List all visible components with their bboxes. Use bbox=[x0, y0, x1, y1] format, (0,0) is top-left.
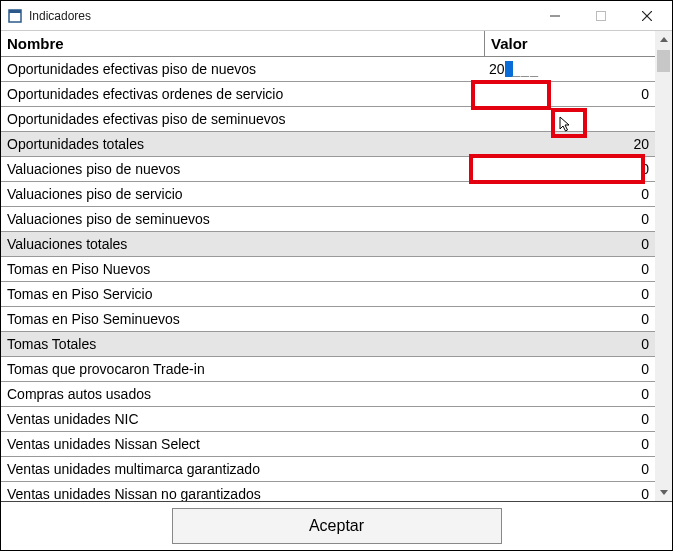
row-value[interactable]: 0 bbox=[485, 257, 655, 281]
table-row[interactable]: Oportunidades efectivas ordenes de servi… bbox=[1, 82, 655, 107]
row-label: Valuaciones piso de nuevos bbox=[1, 157, 485, 181]
scroll-down-icon[interactable] bbox=[655, 484, 672, 501]
row-label: Tomas Totales bbox=[1, 332, 485, 356]
row-label: Valuaciones piso de servicio bbox=[1, 182, 485, 206]
row-value[interactable]: 0 bbox=[485, 282, 655, 306]
row-label: Tomas en Piso Servicio bbox=[1, 282, 485, 306]
value-input[interactable]: 20___ bbox=[487, 61, 539, 77]
row-label: Oportunidades efectivas ordenes de servi… bbox=[1, 82, 485, 106]
row-label: Oportunidades totales bbox=[1, 132, 485, 156]
row-value[interactable]: 0 bbox=[485, 157, 655, 181]
table-row[interactable]: Ventas unidades Nissan Select0 bbox=[1, 432, 655, 457]
window-controls bbox=[532, 1, 670, 30]
accept-button[interactable]: Aceptar bbox=[172, 508, 502, 544]
row-label: Tomas que provocaron Trade-in bbox=[1, 357, 485, 381]
row-label: Ventas unidades Nissan Select bbox=[1, 432, 485, 456]
svg-rect-3 bbox=[597, 11, 606, 20]
row-value[interactable]: 0 bbox=[485, 482, 655, 501]
table-row[interactable]: Ventas unidades Nissan no garantizados0 bbox=[1, 482, 655, 501]
app-icon bbox=[7, 8, 23, 24]
scroll-up-icon[interactable] bbox=[655, 31, 672, 48]
header-name[interactable]: Nombre bbox=[1, 31, 485, 56]
row-value[interactable]: 0 bbox=[485, 307, 655, 331]
row-value[interactable] bbox=[485, 115, 655, 123]
row-label: Ventas unidades multimarca garantizado bbox=[1, 457, 485, 481]
table-row[interactable]: Valuaciones totales0 bbox=[1, 232, 655, 257]
table-row[interactable]: Tomas Totales0 bbox=[1, 332, 655, 357]
row-value[interactable]: 0 bbox=[485, 432, 655, 456]
row-label: Tomas en Piso Nuevos bbox=[1, 257, 485, 281]
table-row[interactable]: Valuaciones piso de seminuevos0 bbox=[1, 207, 655, 232]
table-row[interactable]: Oportunidades efectivas piso de nuevos20… bbox=[1, 57, 655, 82]
indicators-grid: Nombre Valor Oportunidades efectivas pis… bbox=[1, 31, 655, 501]
row-value: 0 bbox=[485, 232, 655, 256]
row-value[interactable]: 0 bbox=[485, 457, 655, 481]
footer: Aceptar bbox=[1, 501, 672, 550]
maximize-button[interactable] bbox=[578, 1, 624, 30]
grid-header: Nombre Valor bbox=[1, 31, 655, 57]
row-label: Valuaciones piso de seminuevos bbox=[1, 207, 485, 231]
grid-scroll-area[interactable]: Nombre Valor Oportunidades efectivas pis… bbox=[1, 31, 655, 501]
svg-marker-7 bbox=[660, 490, 668, 495]
table-row[interactable]: Tomas en Piso Nuevos0 bbox=[1, 257, 655, 282]
row-label: Valuaciones totales bbox=[1, 232, 485, 256]
scroll-thumb[interactable] bbox=[657, 50, 670, 72]
row-value: 0 bbox=[485, 332, 655, 356]
row-value[interactable]: 0 bbox=[485, 357, 655, 381]
table-row[interactable]: Oportunidades efectivas piso de seminuev… bbox=[1, 107, 655, 132]
row-label: Oportunidades efectivas piso de nuevos bbox=[1, 57, 485, 81]
row-value: 20 bbox=[485, 132, 655, 156]
row-label: Compras autos usados bbox=[1, 382, 485, 406]
table-row[interactable]: Tomas en Piso Seminuevos0 bbox=[1, 307, 655, 332]
vertical-scrollbar[interactable] bbox=[655, 31, 672, 501]
svg-rect-1 bbox=[9, 10, 21, 13]
table-row[interactable]: Compras autos usados0 bbox=[1, 382, 655, 407]
close-button[interactable] bbox=[624, 1, 670, 30]
text-selection bbox=[505, 61, 513, 77]
table-row[interactable]: Valuaciones piso de servicio0 bbox=[1, 182, 655, 207]
table-row[interactable]: Ventas unidades multimarca garantizado0 bbox=[1, 457, 655, 482]
row-value[interactable]: 0 bbox=[485, 407, 655, 431]
table-row[interactable]: Tomas en Piso Servicio0 bbox=[1, 282, 655, 307]
row-label: Ventas unidades NIC bbox=[1, 407, 485, 431]
window-title: Indicadores bbox=[29, 9, 532, 23]
header-value[interactable]: Valor bbox=[485, 31, 655, 56]
row-value[interactable]: 0 bbox=[485, 182, 655, 206]
minimize-button[interactable] bbox=[532, 1, 578, 30]
row-label: Ventas unidades Nissan no garantizados bbox=[1, 482, 485, 501]
table-row[interactable]: Oportunidades totales20 bbox=[1, 132, 655, 157]
row-label: Oportunidades efectivas piso de seminuev… bbox=[1, 107, 485, 131]
row-label: Tomas en Piso Seminuevos bbox=[1, 307, 485, 331]
row-value[interactable]: 0 bbox=[485, 82, 655, 106]
row-value[interactable]: 20___ bbox=[485, 61, 655, 77]
titlebar[interactable]: Indicadores bbox=[1, 1, 672, 31]
row-value[interactable]: 0 bbox=[485, 207, 655, 231]
svg-marker-6 bbox=[660, 37, 668, 42]
table-row[interactable]: Ventas unidades NIC0 bbox=[1, 407, 655, 432]
row-value[interactable]: 0 bbox=[485, 382, 655, 406]
window-frame: Indicadores Nombre Valor Oportunidades e… bbox=[0, 0, 673, 551]
table-row[interactable]: Tomas que provocaron Trade-in0 bbox=[1, 357, 655, 382]
table-row[interactable]: Valuaciones piso de nuevos0 bbox=[1, 157, 655, 182]
content-area: Nombre Valor Oportunidades efectivas pis… bbox=[1, 31, 672, 550]
